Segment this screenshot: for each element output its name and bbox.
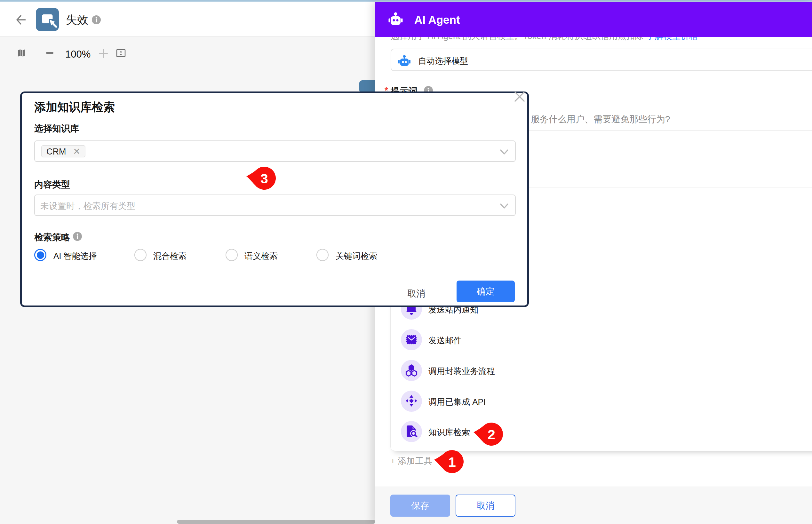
svg-text:1: 1 bbox=[448, 454, 456, 470]
svg-text:3: 3 bbox=[260, 171, 268, 186]
svg-text:2: 2 bbox=[488, 427, 495, 442]
